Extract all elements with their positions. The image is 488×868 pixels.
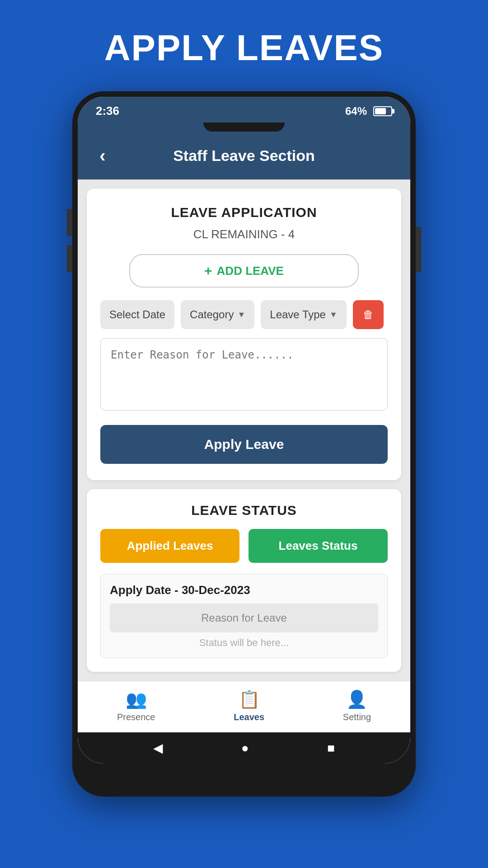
- trash-icon: 🗑: [363, 308, 374, 321]
- android-recent-icon[interactable]: ■: [327, 741, 335, 755]
- status-time: 2:36: [96, 104, 119, 118]
- leaves-label: Leaves: [234, 712, 264, 722]
- bottom-nav: 👥 Presence 📋 Leaves 👤 Setting: [78, 681, 410, 732]
- cl-remaining: CL REMAINING - 4: [100, 227, 388, 241]
- notch: [203, 123, 285, 132]
- status-bar: 2:36 64%: [78, 97, 410, 123]
- leave-record: Apply Date - 30-Dec-2023 Reason for Leav…: [100, 574, 388, 658]
- nav-setting[interactable]: 👤 Setting: [343, 689, 371, 722]
- header-title: Staff Leave Section: [114, 147, 374, 165]
- back-button[interactable]: ‹: [91, 144, 114, 167]
- category-chevron-icon: ▼: [237, 310, 245, 320]
- reason-display: Reason for Leave: [110, 604, 378, 632]
- main-content: LEAVE APPLICATION CL REMAINING - 4 + ADD…: [78, 179, 410, 681]
- leave-type-dropdown[interactable]: Leave Type ▼: [261, 300, 346, 329]
- plus-icon: +: [204, 263, 212, 278]
- leaves-icon: 📋: [239, 689, 260, 709]
- reason-textarea[interactable]: [100, 338, 388, 410]
- nav-presence[interactable]: 👥 Presence: [117, 689, 155, 722]
- status-tabs: Applied Leaves Leaves Status: [100, 529, 388, 563]
- notch-area: [78, 123, 410, 135]
- page-title: APPLY LEAVES: [86, 0, 402, 91]
- leave-application-card: LEAVE APPLICATION CL REMAINING - 4 + ADD…: [87, 189, 401, 480]
- category-label: Category: [190, 308, 234, 321]
- nav-leaves[interactable]: 📋 Leaves: [234, 689, 264, 722]
- category-dropdown[interactable]: Category ▼: [181, 300, 254, 329]
- apply-leave-button[interactable]: Apply Leave: [100, 425, 388, 464]
- android-home-icon[interactable]: ●: [241, 741, 249, 755]
- android-nav: ◀ ● ■: [78, 732, 410, 764]
- select-date-button[interactable]: Select Date: [100, 300, 174, 329]
- phone-frame: 2:36 64% ‹ Staff Leave Section LEAVE APP…: [72, 91, 416, 797]
- android-back-icon[interactable]: ◀: [153, 741, 163, 755]
- leave-type-label: Leave Type: [270, 308, 326, 321]
- presence-label: Presence: [117, 712, 155, 722]
- app-header: ‹ Staff Leave Section: [78, 135, 410, 179]
- apply-date: Apply Date - 30-Dec-2023: [110, 583, 378, 597]
- setting-label: Setting: [343, 712, 371, 722]
- battery-icon: [373, 106, 392, 116]
- presence-icon: 👥: [126, 689, 147, 709]
- setting-icon: 👤: [346, 689, 367, 709]
- leave-type-chevron-icon: ▼: [329, 310, 338, 320]
- leave-application-title: LEAVE APPLICATION: [100, 205, 388, 220]
- battery-text: 64%: [345, 105, 367, 118]
- delete-button[interactable]: 🗑: [353, 300, 384, 329]
- status-label: Status will be here...: [110, 637, 378, 649]
- add-leave-button[interactable]: + ADD LEAVE: [129, 254, 359, 288]
- leave-status-title: LEAVE STATUS: [100, 503, 388, 518]
- back-arrow-icon: ‹: [99, 146, 105, 166]
- add-leave-label: ADD LEAVE: [217, 264, 284, 278]
- leave-status-card: LEAVE STATUS Applied Leaves Leaves Statu…: [87, 489, 401, 672]
- applied-leaves-tab[interactable]: Applied Leaves: [100, 529, 239, 563]
- leave-row: Select Date Category ▼ Leave Type ▼ 🗑: [100, 300, 388, 329]
- leaves-status-tab[interactable]: Leaves Status: [249, 529, 388, 563]
